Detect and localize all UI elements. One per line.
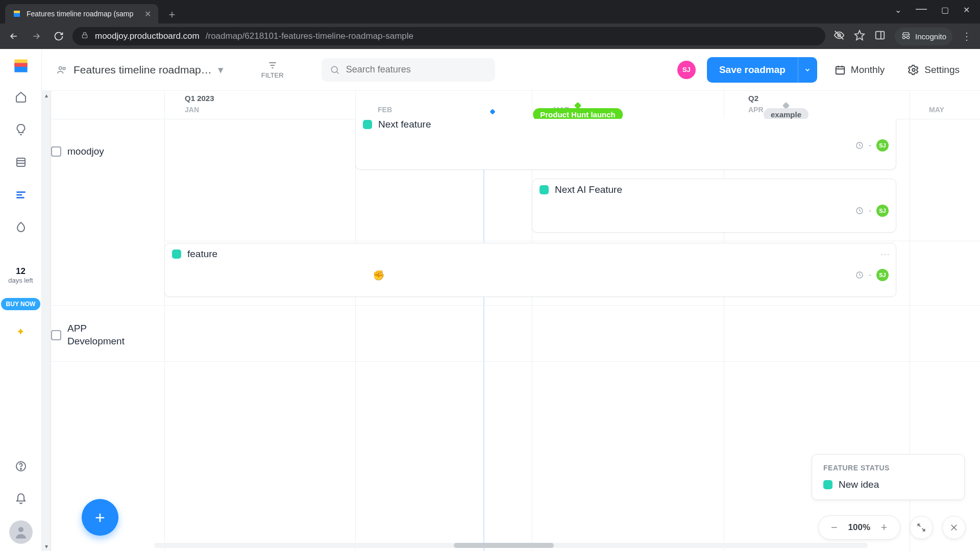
feature-card-title: Next feature (378, 119, 431, 130)
star-icon[interactable] (854, 30, 865, 43)
card-date: - (869, 207, 871, 215)
legend-swatch-icon (823, 480, 832, 489)
card-date: - (869, 271, 871, 279)
card-more-icon[interactable]: ⋯ (880, 248, 891, 260)
browser-tab[interactable]: Features timeline roadmap (samp ✕ (5, 4, 158, 23)
settings-label: Settings (924, 64, 960, 76)
month-feb: FEB (378, 106, 392, 114)
group-label-text: APP Development (67, 322, 139, 347)
clock-icon (855, 271, 864, 279)
nav-portal-icon[interactable] (10, 216, 32, 239)
filter-button[interactable]: FILTER (261, 60, 284, 79)
new-tab-button[interactable]: + (163, 6, 181, 23)
svg-rect-6 (876, 32, 885, 39)
feature-card-title: Next AI Feature (555, 184, 622, 195)
view-mode-button[interactable]: Monthly (828, 57, 891, 83)
breadcrumb-title: Features timeline roadmap… (74, 64, 212, 76)
close-panel-button[interactable] (942, 516, 966, 539)
search-icon (330, 65, 340, 75)
month-apr: APR (748, 106, 764, 114)
zoom-out-button[interactable]: − (828, 521, 841, 534)
search-field[interactable] (346, 64, 487, 75)
window-close-icon[interactable]: ✕ (963, 5, 970, 18)
buy-now-button[interactable]: BUY NOW (1, 298, 41, 310)
svg-point-18 (20, 468, 21, 469)
scroll-down-icon[interactable]: ▾ (45, 543, 48, 550)
window-minimize-icon[interactable]: — (916, 2, 927, 15)
breadcrumb[interactable]: Features timeline roadmap… ▾ (56, 64, 224, 76)
status-chip-icon (363, 120, 372, 129)
vertical-scrollbar[interactable]: ▴ ▾ (42, 91, 51, 551)
svg-point-25 (331, 66, 337, 72)
settings-button[interactable]: Settings (902, 57, 966, 83)
feature-card-next-feature[interactable]: Next feature - SJ (355, 119, 896, 170)
browser-toolbar: moodjoy.productboard.com/roadmap/6218101… (0, 23, 980, 49)
nav-forward-button[interactable] (28, 28, 45, 45)
user-chip[interactable]: SJ (677, 61, 696, 79)
notifications-icon[interactable] (10, 488, 32, 510)
feature-card-title: feature (187, 248, 217, 260)
tab-title: Features timeline roadmap (samp (27, 10, 139, 18)
view-mode-label: Monthly (851, 64, 885, 76)
clock-icon (855, 207, 864, 215)
group-app-dev[interactable]: APP Development (51, 322, 139, 347)
svg-point-19 (18, 527, 23, 532)
timeline-board[interactable]: ▴ ▾ Q1 2023 Q2 (42, 91, 980, 551)
filter-label: FILTER (261, 71, 284, 79)
svg-rect-2 (82, 35, 87, 38)
fullscreen-button[interactable] (910, 516, 933, 539)
app-logo-icon[interactable] (11, 56, 31, 76)
window-maximize-icon[interactable]: ▢ (941, 5, 949, 18)
url-path: /roadmap/6218101-features-timeline-roadm… (206, 31, 413, 41)
svg-marker-10 (14, 63, 27, 67)
caret-down-icon[interactable]: ⌄ (895, 5, 901, 18)
svg-point-21 (63, 67, 65, 69)
tab-close-icon[interactable]: ✕ (144, 9, 151, 19)
svg-point-20 (59, 66, 62, 69)
url-domain: moodjoy.productboard.com (95, 31, 200, 41)
nav-back-button[interactable] (5, 28, 22, 45)
save-roadmap-button[interactable]: Save roadmap (707, 57, 798, 83)
trial-days: 12 (8, 266, 33, 277)
quarter-label-q2: Q2 (748, 94, 758, 103)
nav-reload-button[interactable] (50, 28, 67, 45)
timeline-header: Q1 2023 Q2 JAN FEB MAR APR MAY (51, 91, 980, 119)
assignee-avatar[interactable]: SJ (876, 269, 889, 281)
incognito-label: Incognito (915, 32, 946, 41)
kebab-icon[interactable]: ⋮ (962, 30, 972, 42)
feature-card-next-ai[interactable]: Next AI Feature - SJ (532, 179, 896, 233)
zoom-in-button[interactable]: + (877, 521, 891, 534)
clock-icon (855, 141, 864, 149)
panel-icon[interactable] (874, 30, 886, 43)
user-avatar[interactable] (9, 520, 33, 544)
address-bar[interactable]: moodjoy.productboard.com/roadmap/6218101… (72, 27, 825, 45)
status-chip-icon (540, 185, 549, 194)
nav-roadmap-icon[interactable] (10, 184, 32, 206)
search-input[interactable] (322, 58, 495, 82)
horizontal-scrollbar[interactable] (154, 543, 868, 548)
sparkle-icon[interactable]: ✦ (10, 320, 32, 343)
nav-insights-icon[interactable] (10, 118, 32, 141)
svg-rect-11 (17, 158, 25, 166)
assignee-avatar[interactable]: SJ (876, 139, 889, 152)
zoom-percent: 100% (848, 522, 870, 533)
svg-line-26 (336, 71, 338, 73)
add-feature-fab[interactable]: + (82, 499, 118, 536)
svg-point-31 (913, 68, 916, 71)
scroll-up-icon[interactable]: ▴ (45, 92, 48, 99)
feature-card-feature[interactable]: feature ⋯ - SJ (164, 243, 896, 297)
card-date: - (869, 141, 871, 149)
save-dropdown-button[interactable] (798, 57, 817, 83)
trial-counter: 12 days left (8, 266, 33, 285)
chevron-down-icon[interactable]: ▾ (218, 64, 224, 76)
zoom-controls: − 100% + (818, 515, 966, 540)
help-icon[interactable] (10, 455, 32, 478)
group-moodjoy[interactable]: moodjoy (51, 146, 104, 157)
incognito-badge[interactable]: Incognito (895, 28, 952, 45)
nav-features-icon[interactable] (10, 151, 32, 173)
assignee-avatar[interactable]: SJ (876, 205, 889, 217)
eye-off-icon[interactable] (834, 30, 845, 43)
scrollbar-thumb[interactable] (454, 543, 554, 548)
tab-favicon-icon (12, 9, 21, 18)
nav-home-icon[interactable] (10, 86, 32, 108)
